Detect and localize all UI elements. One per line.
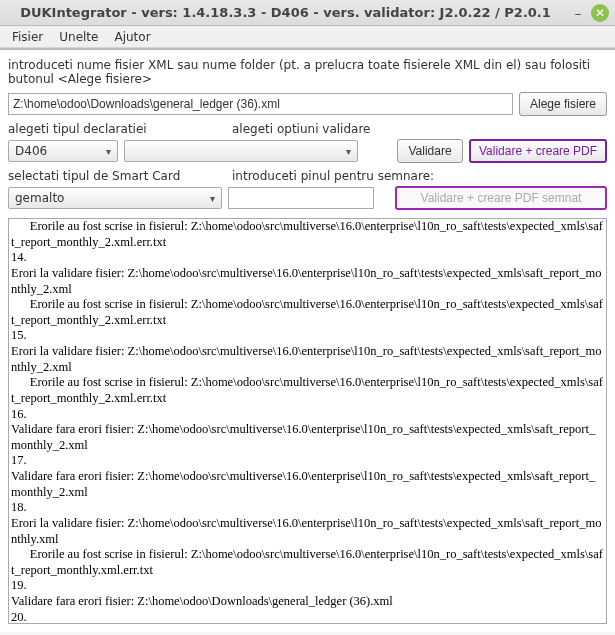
label-declaratie: alegeti tipul declaratiei xyxy=(8,122,232,136)
pin-input[interactable] xyxy=(228,187,374,209)
window-titlebar: DUKIntegrator - vers: 1.4.18.3.3 - D406 … xyxy=(0,0,615,26)
validate-button[interactable]: Validare xyxy=(397,139,463,163)
menu-ajutor[interactable]: Ajutor xyxy=(106,28,158,46)
label-smartcard: selectati tipul de Smart Card xyxy=(8,169,232,183)
validate-create-pdf-signed-button[interactable]: Validare + creare PDF semnat xyxy=(395,186,607,210)
choose-files-button[interactable]: Alege fisiere xyxy=(519,92,607,116)
hint-text: introduceti nume fisier XML sau nume fol… xyxy=(8,58,607,86)
select-smartcard-value: gemalto xyxy=(15,191,64,205)
menu-bar: Fisier Unelte Ajutor xyxy=(0,26,615,48)
label-optiuni: alegeti optiuni validare xyxy=(232,122,370,136)
window-title: DUKIntegrator - vers: 1.4.18.3.3 - D406 … xyxy=(6,5,565,20)
close-button[interactable]: ✕ xyxy=(591,4,609,22)
xml-path-input[interactable] xyxy=(8,93,513,115)
select-smartcard[interactable]: gemalto xyxy=(8,187,222,209)
label-pin: introduceti pinul pentru semnare: xyxy=(232,169,434,183)
menu-unelte[interactable]: Unelte xyxy=(51,28,106,46)
validate-create-pdf-button[interactable]: Validare + creare PDF xyxy=(469,139,607,163)
select-declaratie[interactable]: D406 xyxy=(8,140,118,162)
menu-fisier[interactable]: Fisier xyxy=(4,28,51,46)
select-declaratie-value: D406 xyxy=(15,144,47,158)
main-content: introduceti nume fisier XML sau nume fol… xyxy=(0,48,615,632)
log-output[interactable]: Erorile au fost scrise in fisierul: Z:\h… xyxy=(8,218,607,624)
select-optiuni[interactable] xyxy=(124,140,358,162)
minimize-button[interactable]: – xyxy=(569,4,587,22)
